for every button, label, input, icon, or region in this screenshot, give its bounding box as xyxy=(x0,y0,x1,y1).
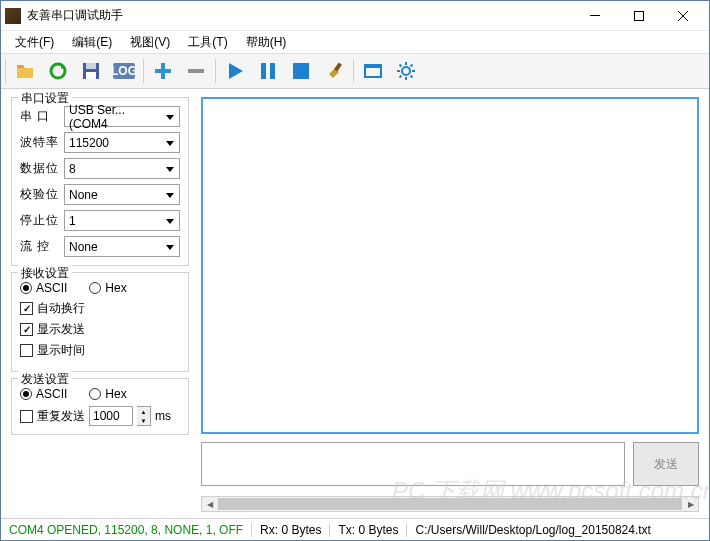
spin-up-icon[interactable]: ▲ xyxy=(137,407,150,416)
showtime-checkbox[interactable]: 显示时间 xyxy=(20,342,180,359)
menu-view[interactable]: 视图(V) xyxy=(122,32,178,53)
menu-tools[interactable]: 工具(T) xyxy=(180,32,235,53)
repeat-checkbox[interactable]: 重复发送 xyxy=(20,408,85,425)
close-button[interactable] xyxy=(661,2,705,30)
svg-rect-13 xyxy=(293,63,309,79)
stop-label: 停止位 xyxy=(20,212,60,229)
menu-file[interactable]: 文件(F) xyxy=(7,32,62,53)
svg-rect-9 xyxy=(155,69,171,73)
horizontal-scrollbar[interactable]: ◀ ▶ xyxy=(201,496,699,512)
group-title: 发送设置 xyxy=(18,371,72,388)
scroll-thumb[interactable] xyxy=(218,498,682,510)
svg-text:LOG: LOG xyxy=(112,64,136,78)
svg-rect-5 xyxy=(86,72,96,79)
remove-button[interactable] xyxy=(180,55,212,87)
play-button[interactable] xyxy=(219,55,251,87)
content: 串口设置 串 口USB Ser...(COM4 波特率115200 数据位8 校… xyxy=(1,89,709,512)
databits-select[interactable]: 8 xyxy=(64,158,180,179)
port-label: 串 口 xyxy=(20,108,60,125)
recv-settings-group: 接收设置 ASCII Hex 自动换行 显示发送 显示时间 xyxy=(11,272,189,372)
settings-button[interactable] xyxy=(390,55,422,87)
checkbox-icon xyxy=(20,323,33,336)
stop-button[interactable] xyxy=(285,55,317,87)
radio-icon xyxy=(20,388,32,400)
clear-button[interactable] xyxy=(318,55,350,87)
recv-ascii-radio[interactable]: ASCII xyxy=(20,281,67,295)
svg-line-25 xyxy=(400,76,402,78)
pause-button[interactable] xyxy=(252,55,284,87)
data-label: 数据位 xyxy=(20,160,60,177)
titlebar: 友善串口调试助手 xyxy=(1,1,709,31)
svg-rect-4 xyxy=(86,63,96,69)
radio-icon xyxy=(89,282,101,294)
menubar: 文件(F) 编辑(E) 视图(V) 工具(T) 帮助(H) xyxy=(1,31,709,53)
maximize-button[interactable] xyxy=(617,2,661,30)
recv-hex-radio[interactable]: Hex xyxy=(89,281,126,295)
scroll-right-icon[interactable]: ▶ xyxy=(683,497,698,511)
flow-select[interactable]: None xyxy=(64,236,180,257)
statusbar: COM4 OPENED, 115200, 8, NONE, 1, OFF Rx:… xyxy=(1,518,709,540)
checkbox-icon xyxy=(20,302,33,315)
parity-label: 校验位 xyxy=(20,186,60,203)
toolbar-separator xyxy=(353,59,354,83)
open-folder-button[interactable] xyxy=(9,55,41,87)
menu-edit[interactable]: 编辑(E) xyxy=(64,32,120,53)
left-pane: 串口设置 串 口USB Ser...(COM4 波特率115200 数据位8 校… xyxy=(1,89,197,512)
baud-label: 波特率 xyxy=(20,134,60,151)
checkbox-icon xyxy=(20,344,33,357)
svg-line-23 xyxy=(411,76,413,78)
status-rx: Rx: 0 Bytes xyxy=(251,523,321,537)
group-title: 接收设置 xyxy=(18,265,72,282)
window-title: 友善串口调试助手 xyxy=(27,7,573,24)
svg-line-22 xyxy=(400,65,402,67)
svg-rect-11 xyxy=(261,63,266,79)
svg-rect-16 xyxy=(365,65,381,68)
save-button[interactable] xyxy=(75,55,107,87)
log-button[interactable]: LOG xyxy=(108,55,140,87)
wrap-checkbox[interactable]: 自动换行 xyxy=(20,300,180,317)
svg-rect-12 xyxy=(270,63,275,79)
svg-line-24 xyxy=(411,65,413,67)
send-hex-radio[interactable]: Hex xyxy=(89,387,126,401)
parity-select[interactable]: None xyxy=(64,184,180,205)
port-select[interactable]: USB Ser...(COM4 xyxy=(64,106,180,127)
svg-point-17 xyxy=(402,67,410,75)
right-pane: 发送 ◀ ▶ xyxy=(197,89,709,512)
window-button[interactable] xyxy=(357,55,389,87)
toolbar: LOG xyxy=(1,53,709,89)
svg-rect-10 xyxy=(188,69,204,73)
send-ascii-radio[interactable]: ASCII xyxy=(20,387,67,401)
app-icon xyxy=(5,8,21,24)
status-connection: COM4 OPENED, 115200, 8, NONE, 1, OFF xyxy=(9,523,243,537)
svg-rect-0 xyxy=(590,15,600,16)
checkbox-icon xyxy=(20,410,33,423)
menu-help[interactable]: 帮助(H) xyxy=(238,32,295,53)
minimize-button[interactable] xyxy=(573,2,617,30)
svg-rect-1 xyxy=(635,11,644,20)
group-title: 串口设置 xyxy=(18,90,72,107)
radio-icon xyxy=(20,282,32,294)
unit-label: ms xyxy=(155,409,171,423)
refresh-button[interactable] xyxy=(42,55,74,87)
status-tx: Tx: 0 Bytes xyxy=(329,523,398,537)
send-button[interactable]: 发送 xyxy=(633,442,699,486)
baud-select[interactable]: 115200 xyxy=(64,132,180,153)
toolbar-separator xyxy=(143,59,144,83)
send-settings-group: 发送设置 ASCII Hex 重复发送 ▲▼ ms xyxy=(11,378,189,435)
spin-down-icon[interactable]: ▼ xyxy=(137,416,150,425)
showsend-checkbox[interactable]: 显示发送 xyxy=(20,321,180,338)
flow-label: 流 控 xyxy=(20,238,60,255)
receive-textarea[interactable] xyxy=(201,97,699,434)
radio-icon xyxy=(89,388,101,400)
add-button[interactable] xyxy=(147,55,179,87)
toolbar-separator xyxy=(215,59,216,83)
interval-spinner[interactable]: ▲▼ xyxy=(137,406,151,426)
send-textarea[interactable] xyxy=(201,442,625,486)
serial-settings-group: 串口设置 串 口USB Ser...(COM4 波特率115200 数据位8 校… xyxy=(11,97,189,266)
interval-input[interactable] xyxy=(89,406,133,426)
stopbits-select[interactable]: 1 xyxy=(64,210,180,231)
status-logpath: C:/Users/Will/Desktop/Log/log_20150824.t… xyxy=(406,523,701,537)
scroll-left-icon[interactable]: ◀ xyxy=(202,497,217,511)
toolbar-separator xyxy=(5,59,6,83)
